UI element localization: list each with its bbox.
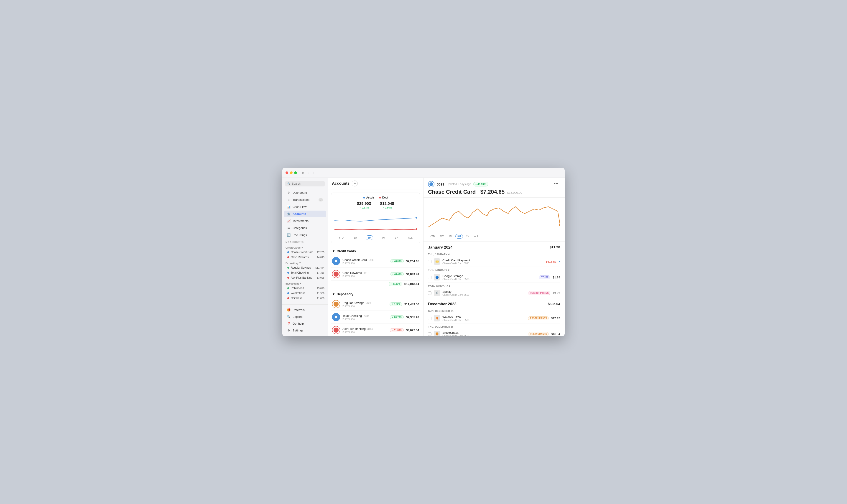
tx-info-waldos: Waldo's Pizza Chase Credit Card 5593 bbox=[443, 315, 526, 321]
account-card-adv[interactable]: Adv Plus Banking 3150 2 days ago ↘ 11.68… bbox=[331, 324, 420, 336]
tx-amount-waldos: $17.35 bbox=[551, 317, 560, 320]
accounts-icon: 🏦 bbox=[287, 212, 290, 216]
account-card-savings[interactable]: Regular Savings 2626 2 days ago ↗ 0.52% … bbox=[331, 298, 420, 311]
sidebar-item-cashflow[interactable]: 📊 Cash Flow bbox=[284, 203, 326, 210]
sidebar-item-settings[interactable]: ⚙ Settings bbox=[284, 327, 326, 334]
add-account-button[interactable]: + bbox=[352, 181, 358, 186]
back-button[interactable]: ‹ bbox=[307, 170, 310, 175]
account-dot bbox=[287, 267, 289, 269]
sidebar-item-explore[interactable]: 🔍 Explore bbox=[284, 313, 326, 320]
adv-avatar bbox=[332, 326, 340, 334]
maximize-button[interactable] bbox=[294, 172, 297, 174]
transaction-spotify[interactable]: 🎵 Spotify Chase Credit Card 5593 SUBSCRI… bbox=[428, 288, 560, 298]
right-tf-1m[interactable]: 1M bbox=[447, 234, 454, 238]
month-header-dec: December 2023 $635.04 bbox=[428, 302, 560, 306]
tx-checkbox[interactable] bbox=[428, 276, 431, 279]
transaction-shakeshack[interactable]: 🍔 Shakeshack Chase Credit Card 5593 REST… bbox=[428, 329, 560, 336]
chevron-down-icon: ▾ bbox=[302, 246, 303, 249]
checking-avatar bbox=[332, 313, 340, 321]
assets-change: ↗ 9.33% bbox=[357, 206, 371, 209]
sidebar-item-investments[interactable]: 📈 Investments bbox=[284, 218, 326, 224]
tx-info-payment: Credit Card Payment Chase Credit Card 55… bbox=[443, 258, 543, 265]
tf-1w[interactable]: 1W bbox=[352, 235, 359, 240]
tf-all[interactable]: ALL bbox=[406, 235, 414, 240]
right-timeframes: YTD 1W 1M 3M 1Y ALL bbox=[424, 234, 565, 241]
sidebar-item-referrals[interactable]: 🎁 Referrals bbox=[284, 307, 326, 313]
tx-checkbox[interactable] bbox=[428, 260, 431, 264]
cashrewards-avatar bbox=[332, 270, 340, 278]
legend-assets-dot bbox=[363, 197, 365, 198]
date-header-jan2: TUE, JANUARY 2 bbox=[428, 267, 560, 272]
categories-icon: 🏷 bbox=[287, 226, 290, 230]
transactions-icon: ≡ bbox=[287, 198, 290, 201]
right-chart-container bbox=[424, 198, 565, 234]
sidebar-item-label: Dashboard bbox=[293, 191, 307, 194]
sidebar-item-transactions[interactable]: ≡ Transactions 7 bbox=[284, 196, 326, 203]
tx-amount-google: $1.99 bbox=[553, 276, 560, 279]
tf-1y[interactable]: 1Y bbox=[393, 235, 400, 240]
credit-cards-group-label[interactable]: Credit Cards ▾ bbox=[282, 244, 328, 250]
sidebar-item-dashboard[interactable]: ✈ Dashboard bbox=[284, 190, 326, 196]
tx-amount-spotify: $9.99 bbox=[553, 291, 560, 295]
credit-cards-section: ▼ Credit Cards Chase Credit Card bbox=[328, 247, 423, 290]
right-tf-3m[interactable]: 3M bbox=[455, 234, 463, 238]
transaction-credit-card-payment[interactable]: 💳 Credit Card Payment Chase Credit Card … bbox=[428, 256, 560, 267]
depository-header[interactable]: ▼ Depository bbox=[331, 290, 420, 298]
sidebar-account-coinbase[interactable]: Coinbase $1,080 bbox=[282, 296, 328, 301]
tx-checkbox[interactable] bbox=[428, 291, 431, 295]
right-tf-1w[interactable]: 1W bbox=[438, 234, 446, 238]
recurrings-icon: 🔄 bbox=[287, 233, 290, 237]
chase-avatar bbox=[332, 257, 340, 265]
account-card-chase[interactable]: Chase Credit Card 5593 2 days ago + 48.0… bbox=[331, 255, 420, 268]
forward-button[interactable]: › bbox=[313, 170, 316, 175]
more-options-button[interactable]: ••• bbox=[552, 181, 560, 187]
content-area: Accounts + Assets Debt bbox=[328, 178, 565, 336]
right-tf-1y[interactable]: 1Y bbox=[464, 234, 471, 238]
close-button[interactable] bbox=[286, 172, 288, 174]
sidebar-item-recurrings[interactable]: 🔄 Recurrings bbox=[284, 232, 326, 238]
credit-cards-header[interactable]: ▼ Credit Cards bbox=[331, 247, 420, 255]
search-bar[interactable]: 🔍 bbox=[285, 181, 325, 186]
depository-section: ▼ Depository Regular Savings 2626 2 bbox=[328, 290, 423, 336]
right-tf-ytd[interactable]: YTD bbox=[428, 234, 437, 238]
sidebar-account-adv[interactable]: Adv Plus Banking $3,028 bbox=[282, 275, 328, 280]
tf-1m[interactable]: 1M bbox=[366, 235, 373, 240]
date-header-dec28: THU, DECEMBER 28 bbox=[428, 323, 560, 329]
account-card-cashrewards[interactable]: Cash Rewards 1113 2 days ago + 48.43% $4… bbox=[331, 268, 420, 281]
refresh-button[interactable]: ↻ bbox=[301, 170, 305, 175]
search-input[interactable] bbox=[292, 182, 323, 185]
traffic-lights bbox=[286, 172, 297, 174]
investment-group-label[interactable]: Investment ▾ bbox=[282, 280, 328, 286]
chart-legend: Assets Debt bbox=[335, 196, 417, 199]
explore-icon: 🔍 bbox=[287, 315, 290, 319]
right-tf-all[interactable]: ALL bbox=[472, 234, 481, 238]
tf-3m[interactable]: 3M bbox=[380, 235, 386, 240]
transaction-waldos[interactable]: 🍕 Waldo's Pizza Chase Credit Card 5593 R… bbox=[428, 313, 560, 323]
credit-cards-total: + 48.19% $12,048.14 bbox=[331, 281, 420, 287]
depository-group-label[interactable]: Depository ▾ bbox=[282, 260, 328, 265]
tf-ytd[interactable]: YTD bbox=[337, 235, 345, 240]
minimize-button[interactable] bbox=[290, 172, 293, 174]
sidebar-account-savings[interactable]: Regular Savings $11,444 bbox=[282, 265, 328, 270]
account-card-checking[interactable]: Total Checking 7284 2 days ago ↗ 60.78% … bbox=[331, 311, 420, 324]
tx-info-google: Google Storage Chase Credit Card 5593 bbox=[443, 274, 537, 281]
sidebar-item-help[interactable]: ❓ Get help bbox=[284, 320, 326, 327]
settings-icon: ⚙ bbox=[287, 329, 290, 332]
sidebar-account-robinhood[interactable]: Robinhood $5,010 bbox=[282, 286, 328, 291]
tx-checkbox[interactable] bbox=[428, 332, 431, 336]
transaction-google-storage[interactable]: 🔵 Google Storage Chase Credit Card 5593 … bbox=[428, 272, 560, 283]
tx-checkbox[interactable] bbox=[428, 317, 431, 320]
sidebar-account-checking[interactable]: Total Checking $7,356 bbox=[282, 270, 328, 275]
sidebar-item-label: Accounts bbox=[293, 212, 306, 216]
tx-icon-shake: 🍔 bbox=[434, 331, 440, 336]
right-title: Chase Credit Card bbox=[428, 189, 476, 195]
sidebar-account-chase[interactable]: Chase Credit Card $7,205 bbox=[282, 250, 328, 255]
tx-category-other: OTHER bbox=[539, 275, 550, 279]
checking-badge: ↗ 60.78% bbox=[390, 315, 404, 319]
sidebar-account-cash-rewards[interactable]: Cash Rewards $4,843 bbox=[282, 255, 328, 260]
credit-total-amount: $12,048.14 bbox=[404, 282, 419, 286]
sidebar-item-accounts[interactable]: 🏦 Accounts bbox=[284, 211, 326, 217]
sidebar-item-categories[interactable]: 🏷 Categories bbox=[284, 225, 326, 231]
sidebar-account-wealthfront[interactable]: Wealthfront $1,986 bbox=[282, 291, 328, 296]
debt-endpoint bbox=[416, 228, 417, 230]
